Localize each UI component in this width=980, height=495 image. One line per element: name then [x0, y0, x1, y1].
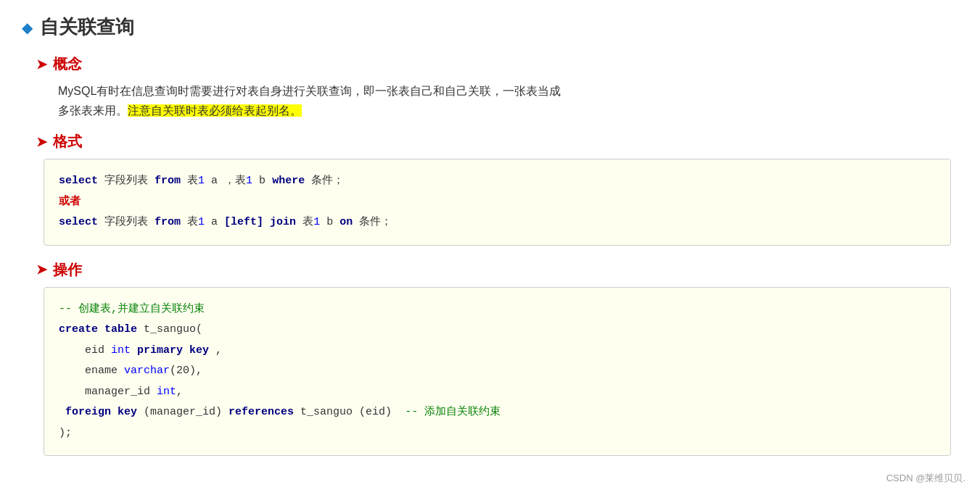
kw-primary-key: primary key	[137, 344, 209, 357]
kw-on: on	[339, 216, 353, 228]
kw-references: references	[228, 406, 294, 418]
kw-varchar: varchar	[124, 365, 170, 377]
code-line-or: 或者	[59, 192, 936, 213]
code-closing: );	[59, 423, 936, 444]
code-line-2: select 字段列表 from 表1 a [left] join 表1 b o…	[59, 212, 936, 233]
section-concept: ➤ 概念 MySQL有时在信息查询时需要进行对表自身进行关联查询，即一张表自己和…	[36, 54, 958, 120]
arrow-icon-format: ➤	[36, 134, 47, 150]
code-line-1: select 字段列表 from 表1 a ，表1 b where 条件；	[59, 171, 936, 192]
diamond-icon: ◆	[22, 19, 33, 36]
section-format-header: ➤ 格式	[36, 132, 958, 151]
section-operation-title: 操作	[53, 260, 82, 280]
kw-int-1: int	[111, 344, 131, 357]
kw-from-2: from	[155, 216, 181, 228]
concept-text-2: 多张表来用。	[58, 104, 128, 117]
concept-description: MySQL有时在信息查询时需要进行对表自身进行关联查询，即一张表自己和自己关联，…	[58, 81, 958, 120]
code-block-format: select 字段列表 from 表1 a ，表1 b where 条件； 或者…	[44, 159, 951, 246]
code-block-operation: -- 创建表,并建立自关联约束 create table t_sanguo( e…	[44, 287, 951, 457]
page-title: 自关联查询	[40, 14, 134, 40]
kw-table: table	[104, 323, 137, 336]
concept-highlight: 注意自关联时表必须给表起别名。	[128, 104, 302, 117]
arrow-icon-operation: ➤	[36, 262, 47, 278]
section-format-title: 格式	[53, 132, 82, 151]
kw-or: 或者	[59, 196, 81, 208]
kw-left-join: [left] join	[224, 216, 296, 228]
kw-create: create	[59, 323, 98, 336]
code-manager-id: manager_id int,	[59, 382, 936, 403]
watermark: CSDN @莱维贝贝.	[886, 472, 965, 485]
kw-from-1: from	[155, 175, 181, 187]
code-eid: eid int primary key ,	[59, 341, 936, 362]
section-concept-title: 概念	[53, 54, 82, 74]
code-comment-1: -- 创建表,并建立自关联约束	[59, 299, 936, 320]
section-operation-header: ➤ 操作	[36, 260, 958, 280]
kw-where-1: where	[272, 175, 305, 187]
code-foreign-key: foreign key (manager_id) references t_sa…	[59, 402, 936, 423]
kw-foreign-key: foreign key	[65, 406, 137, 418]
code-create-table: create table t_sanguo(	[59, 320, 936, 341]
kw-int-2: int	[157, 386, 176, 398]
arrow-icon-concept: ➤	[36, 57, 47, 72]
section-concept-header: ➤ 概念	[36, 54, 958, 74]
kw-select-2: select	[59, 216, 98, 228]
page-title-block: ◆ 自关联查询	[22, 14, 958, 40]
code-ename: ename varchar(20),	[59, 361, 936, 382]
section-operation: ➤ 操作 -- 创建表,并建立自关联约束 create table t_sang…	[36, 260, 958, 457]
kw-select-1: select	[59, 175, 98, 187]
concept-text-1: MySQL有时在信息查询时需要进行对表自身进行关联查询，即一张表自己和自己关联，…	[58, 85, 561, 97]
section-format: ➤ 格式 select 字段列表 from 表1 a ，表1 b where 条…	[36, 132, 958, 246]
